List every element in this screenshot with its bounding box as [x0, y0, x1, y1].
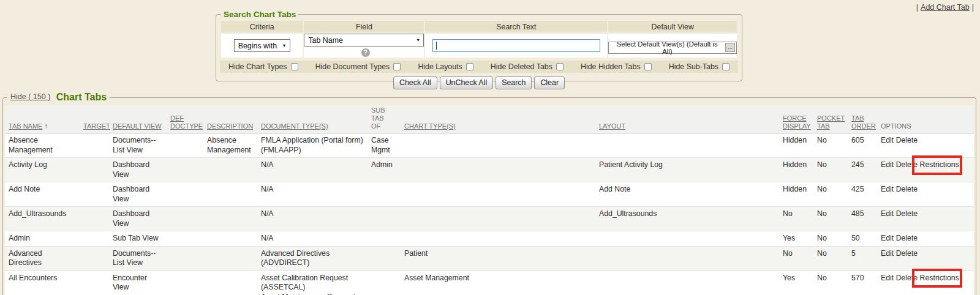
chart-tabs-title: Chart Tabs — [56, 92, 107, 102]
checkbox[interactable] — [722, 63, 729, 70]
column-header[interactable]: CHART TYPE(S) — [401, 105, 595, 133]
criteria-select[interactable]: Begins with ▼ — [234, 39, 290, 52]
column-header-label[interactable]: POCKET TAB — [817, 114, 845, 130]
cell-chart-types — [401, 207, 595, 231]
top-link-bar: |Add Chart Tab| — [916, 3, 974, 12]
column-header[interactable]: POCKET TAB — [813, 105, 848, 133]
clear-button[interactable]: Clear — [534, 77, 565, 89]
sort-ascending-icon: ↑ — [44, 122, 48, 130]
table-row: Activity LogDashboard ViewN/AAdminPatien… — [5, 158, 974, 182]
search-button[interactable]: Search — [496, 77, 532, 89]
column-header-label[interactable]: TARGET — [83, 122, 110, 130]
table-body: Absence ManagementDocuments-- List ViewA… — [5, 133, 974, 295]
cell-target — [80, 182, 109, 207]
column-header-label[interactable]: FORCE DISPLAY — [783, 114, 811, 130]
field-select[interactable]: Tab Name ▼ — [304, 34, 424, 47]
filter-checkbox-item: Hide Document Types — [315, 62, 401, 71]
column-header[interactable]: FORCE DISPLAY — [779, 105, 813, 133]
column-header[interactable]: DEFAULT VIEW — [109, 105, 167, 133]
form-buttons: Check AllUnCheck AllSearchClear — [220, 77, 738, 89]
uncheck-all-button[interactable]: UnCheck All — [440, 77, 494, 89]
edit-link[interactable]: Edit — [881, 274, 894, 282]
column-header[interactable]: TARGET — [80, 105, 109, 133]
cell-sub-tab-of: Case Mgmt — [368, 133, 401, 158]
column-header[interactable]: DESCRIPTION — [203, 105, 257, 133]
column-header-label[interactable]: DOCUMENT TYPE(S) — [261, 122, 328, 130]
column-header[interactable]: LAYOUT — [595, 105, 779, 133]
column-header-label[interactable]: TAB ORDER — [851, 114, 876, 130]
field-cell: Tab Name ▼ ? — [304, 34, 424, 58]
chart-tabs-legend: Hide ( 150 ) Chart Tabs — [7, 92, 110, 103]
cell-chart-types — [401, 182, 595, 207]
default-view-picker-label: Select Default View(s) (Default is All) — [611, 40, 723, 55]
filter-label: Hide Sub-Tabs — [669, 62, 718, 71]
default-view-cell: Select Default View(s) (Default is All) … — [608, 34, 737, 58]
edit-link[interactable]: Edit — [881, 160, 894, 169]
checkbox[interactable] — [644, 63, 652, 70]
cell-options: Edit Delete — [877, 182, 974, 207]
add-chart-tab-link[interactable]: Add Chart Tab — [921, 3, 970, 12]
checkbox[interactable] — [556, 63, 564, 70]
edit-link[interactable]: Edit — [881, 185, 894, 193]
delete-link[interactable]: Delete — [896, 249, 918, 258]
cell-target — [80, 231, 109, 247]
edit-link[interactable]: Edit — [881, 234, 894, 242]
cell-document-types: Advanced Directives (ADVDIRECT) — [257, 246, 368, 271]
column-header[interactable]: DEF DOCTYPE — [167, 105, 203, 133]
column-header[interactable]: DOCUMENT TYPE(S) — [257, 105, 368, 133]
restrictions-link[interactable]: Restrictions — [920, 274, 959, 283]
cell-target — [80, 207, 109, 231]
search-input[interactable] — [432, 39, 600, 52]
search-panel-title: Search Chart Tabs — [221, 10, 298, 19]
delete-link[interactable]: Delete — [896, 274, 918, 282]
table-row: Absence ManagementDocuments-- List ViewA… — [5, 133, 974, 158]
delete-link[interactable]: Delete — [896, 185, 918, 193]
column-header-label[interactable]: DEF DOCTYPE — [170, 114, 203, 130]
check-all-button[interactable]: Check All — [393, 77, 437, 89]
cell-pocket-tab: No — [813, 271, 848, 295]
column-header[interactable]: TAB ORDER — [848, 105, 877, 133]
criteria-select-value: Begins with — [238, 42, 277, 50]
column-header[interactable]: TAB NAME↑ — [5, 105, 80, 133]
filter-checkbox-item: Hide Chart Types — [228, 62, 298, 71]
cell-pocket-tab: No — [813, 231, 848, 247]
column-header-label[interactable]: DEFAULT VIEW — [113, 122, 162, 130]
cell-document-types: FMLA Application (Portal form) (FMLAAPP) — [257, 133, 368, 158]
checkbox[interactable] — [393, 63, 401, 70]
cell-chart-types — [401, 158, 595, 182]
checkbox[interactable] — [291, 63, 298, 70]
delete-link[interactable]: Delete — [896, 234, 918, 242]
cell-document-types: N/A — [257, 182, 368, 207]
cell-tab-order: 485 — [848, 207, 877, 231]
delete-link[interactable]: Delete — [896, 136, 918, 144]
edit-link[interactable]: Edit — [881, 249, 894, 258]
default-view-column-header: Default View — [608, 21, 737, 32]
restrictions-link[interactable]: Restrictions — [920, 160, 959, 170]
ellipsis-button[interactable]: ... — [725, 43, 735, 52]
delete-link[interactable]: Delete — [896, 209, 918, 218]
search-chart-tabs-panel: Search Chart Tabs Criteria Field Search … — [216, 10, 742, 81]
column-header-label[interactable]: LAYOUT — [599, 122, 625, 130]
filter-label: Hide Deleted Tabs — [491, 62, 552, 71]
help-icon[interactable]: ? — [361, 48, 370, 57]
cell-chart-types: Asset Management — [401, 271, 595, 295]
criteria-cell: Begins with ▼ — [221, 34, 303, 58]
cell-pocket-tab: No — [813, 182, 848, 207]
column-header-label[interactable]: TAB NAME — [9, 122, 42, 130]
delete-link[interactable]: Delete — [896, 160, 918, 169]
column-header-label[interactable]: DESCRIPTION — [207, 122, 253, 130]
checkbox[interactable] — [466, 63, 473, 70]
cell-force-display: No — [779, 246, 813, 271]
hide-count-link[interactable]: Hide ( 150 ) — [10, 92, 50, 101]
edit-link[interactable]: Edit — [881, 136, 894, 144]
cell-tab-name: Advanced Directives — [5, 246, 80, 271]
default-view-picker[interactable]: Select Default View(s) (Default is All) … — [608, 42, 737, 54]
cell-document-types: N/A — [257, 158, 368, 182]
column-header-label[interactable]: CHART TYPE(S) — [404, 122, 456, 130]
cell-description — [203, 207, 257, 231]
cell-sub-tab-of — [368, 207, 401, 231]
text-caret — [436, 42, 437, 50]
edit-link[interactable]: Edit — [881, 209, 894, 218]
chart-tabs-table: TAB NAME↑TARGETDEFAULT VIEWDEF DOCTYPEDE… — [5, 105, 974, 295]
cell-tab-name: All Encounters — [5, 271, 80, 295]
